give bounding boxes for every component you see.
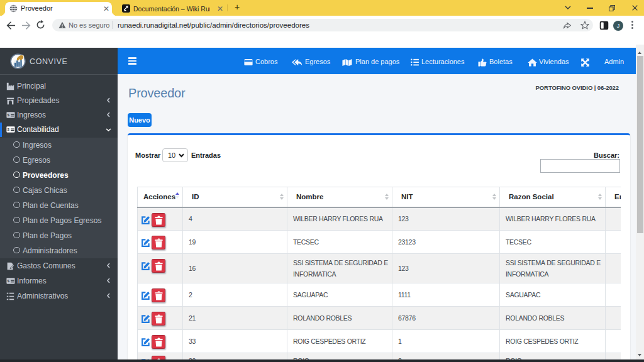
svg-text:$: $ xyxy=(8,278,10,283)
svg-text:$: $ xyxy=(8,127,10,131)
svg-text:$: $ xyxy=(8,112,10,117)
